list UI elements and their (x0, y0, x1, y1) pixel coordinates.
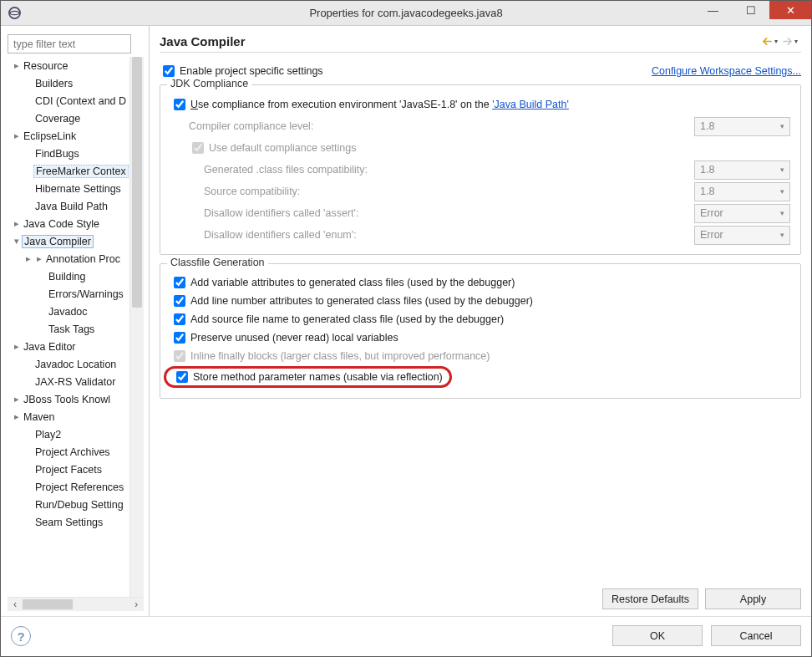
tree-item[interactable]: FreeMarker Contex (8, 162, 129, 180)
tree-item-label: Errors/Warnings (47, 288, 125, 300)
maximize-button[interactable]: ☐ (732, 1, 769, 19)
expand-icon[interactable]: ▸ (23, 253, 33, 264)
tree-item[interactable]: Seam Settings (8, 513, 129, 531)
tree-item[interactable]: Builders (8, 74, 129, 92)
enable-checkbox[interactable] (163, 65, 175, 77)
opt3-checkbox[interactable] (174, 313, 185, 325)
tree-item[interactable]: Coverage (8, 110, 129, 127)
use-execution-env[interactable]: Use compliance from execution environmen… (170, 96, 569, 113)
eclipse-icon (8, 6, 22, 20)
help-icon[interactable]: ? (11, 626, 31, 646)
tree-item-label: Builders (33, 78, 74, 89)
use-default-row: Use default compliance settings (170, 137, 790, 159)
store-method-param-names[interactable]: Store method parameter names (usable via… (173, 369, 443, 385)
tree-item[interactable]: FindBugs (8, 145, 129, 162)
opt4-checkbox[interactable] (174, 332, 185, 344)
add-line-numbers[interactable]: Add line number attributes to generated … (170, 293, 533, 309)
add-source-filename[interactable]: Add source file name to generated class … (170, 311, 504, 328)
source-compat-select: 1.8▾ (694, 182, 790, 201)
dialog-footer: ? OK Cancel (1, 616, 811, 656)
jdk-group-title: JDK Compliance (167, 78, 251, 89)
inline-finally-blocks: Inline finally blocks (larger class file… (170, 348, 490, 364)
scroll-right-icon[interactable]: › (130, 598, 142, 610)
java-build-path-link[interactable]: 'Java Build Path' (492, 99, 569, 110)
nav-icons: ▾ ▾ (763, 37, 801, 46)
enable-project-settings[interactable]: Enable project specific settings (160, 63, 323, 79)
expand-icon[interactable]: ▸ (11, 394, 22, 405)
tree-item[interactable]: ▸Java Code Style (8, 215, 129, 232)
enable-row: Enable project specific settings Configu… (160, 63, 801, 79)
classfile-group: Classfile Generation Add variable attrib… (160, 263, 801, 399)
expand-icon[interactable]: ▸ (11, 411, 22, 422)
forward-dropdown-icon[interactable]: ▾ (794, 38, 798, 45)
use-env-checkbox[interactable] (174, 99, 185, 110)
tree-item[interactable]: ▸JBoss Tools Knowl (8, 390, 129, 408)
tree-item[interactable]: Project References (8, 478, 129, 496)
tree-item[interactable]: ▸Resource (8, 57, 129, 74)
tree-item[interactable]: ▸▸Annotation Proc (8, 250, 129, 267)
expand-icon[interactable]: ▸ (11, 60, 22, 71)
window-buttons: — ☐ ✕ (694, 1, 811, 19)
cancel-button[interactable]: Cancel (711, 625, 801, 646)
expand-icon[interactable]: ▸ (11, 218, 22, 229)
expand-icon[interactable]: ▸ (11, 341, 22, 352)
chevron-down-icon: ▾ (780, 209, 784, 217)
opt1-checkbox[interactable] (174, 277, 185, 288)
back-dropdown-icon[interactable]: ▾ (774, 38, 778, 45)
compliance-level-select: 1.8▾ (694, 117, 790, 136)
minimize-button[interactable]: — (694, 1, 732, 19)
source-compat-row: Source compatibility: 1.8▾ (170, 181, 790, 202)
filter-input[interactable] (8, 34, 131, 53)
tree-item[interactable]: CDI (Context and D (8, 92, 129, 110)
tree-item[interactable]: Javadoc (8, 303, 129, 320)
tree-item-label: EclipseLink (22, 130, 78, 142)
tree-item[interactable]: Errors/Warnings (8, 285, 129, 303)
tree-item[interactable]: ▸Java Editor (8, 338, 129, 355)
tree-item[interactable]: ▾Java Compiler (8, 232, 129, 250)
tree-item[interactable]: Play2 (8, 425, 129, 443)
disallow-enum-select: Error▾ (694, 226, 790, 245)
chevron-down-icon: ▾ (780, 166, 784, 174)
horizontal-scrollbar[interactable]: ‹ › (8, 597, 144, 611)
jdk-compliance-group: JDK Compliance Use compliance from execu… (160, 84, 801, 255)
tree-item-label: JBoss Tools Knowl (22, 394, 112, 405)
disallow-assert-select: Error▾ (694, 204, 790, 223)
tree-item[interactable]: ▸Maven (8, 408, 129, 425)
tree-item[interactable]: Javadoc Location (8, 355, 129, 373)
apply-button[interactable]: Apply (705, 588, 801, 609)
collapse-icon[interactable]: ▾ (11, 236, 22, 247)
scroll-left-icon[interactable]: ‹ (9, 598, 21, 610)
tree-item[interactable]: Run/Debug Setting (8, 496, 129, 513)
tree-item[interactable]: Task Tags (8, 320, 129, 338)
tree-item-label: Coverage (33, 113, 82, 125)
opt6-checkbox[interactable] (176, 371, 188, 383)
vertical-scrollbar[interactable] (129, 57, 144, 597)
back-icon[interactable] (763, 37, 772, 46)
configure-workspace-link[interactable]: Configure Workspace Settings... (652, 65, 801, 77)
settings-tree[interactable]: ▸ResourceBuildersCDI (Context and DCover… (8, 57, 129, 597)
tree-item-label: Javadoc (47, 306, 89, 318)
scroll-thumb[interactable] (132, 57, 142, 308)
expand-icon[interactable]: ▸ (33, 253, 44, 264)
tree-item[interactable]: Project Archives (8, 443, 129, 461)
opt2-checkbox[interactable] (174, 295, 185, 307)
use-default-checkbox (192, 142, 204, 154)
tree-item[interactable]: Hibernate Settings (8, 180, 129, 197)
tree-item[interactable]: Project Facets (8, 461, 129, 478)
add-variable-attrs[interactable]: Add variable attributes to generated cla… (170, 274, 515, 291)
ok-button[interactable]: OK (612, 625, 703, 646)
restore-defaults-button[interactable]: Restore Defaults (602, 588, 698, 609)
enable-label: Enable project specific settings (180, 65, 323, 77)
expand-icon[interactable]: ▸ (11, 130, 22, 141)
tree-item[interactable]: ▸EclipseLink (8, 127, 129, 145)
use-default-settings: Use default compliance settings (170, 140, 356, 156)
tree-item[interactable]: Building (8, 267, 129, 285)
hscroll-track[interactable] (23, 599, 129, 609)
tree-item[interactable]: JAX-RS Validator (8, 373, 129, 390)
hscroll-thumb[interactable] (23, 599, 73, 609)
close-button[interactable]: ✕ (769, 1, 811, 19)
chevron-down-icon: ▾ (780, 231, 784, 239)
preserve-unused-locals[interactable]: Preserve unused (never read) local varia… (170, 329, 398, 346)
page-buttons: Restore Defaults Apply (160, 580, 801, 609)
tree-item[interactable]: Java Build Path (8, 197, 129, 215)
